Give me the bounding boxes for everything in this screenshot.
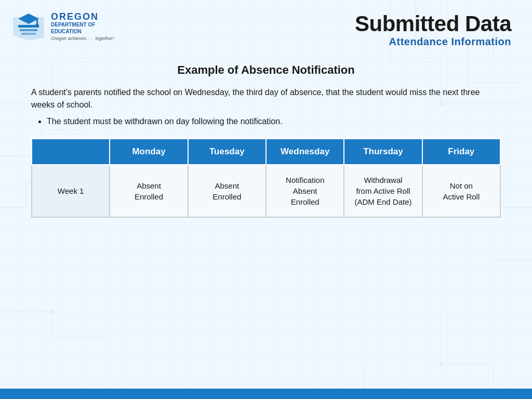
col-header-tuesday: Tuesday bbox=[188, 139, 266, 165]
svg-rect-11 bbox=[18, 25, 39, 28]
table-header-row: Monday Tuesday Wednesday Thursday Friday bbox=[32, 139, 500, 165]
table-row: Week 1 AbsentEnrolled AbsentEnrolled Not… bbox=[32, 165, 500, 217]
col-header-monday: Monday bbox=[110, 139, 188, 165]
main-content: Example of Absence Notification A studen… bbox=[0, 53, 532, 389]
logo-tagline: Oregon achieves . . . together! bbox=[51, 36, 114, 41]
friday-cell: Not onActive Roll bbox=[422, 165, 500, 217]
section-title: Example of Absence Notification bbox=[31, 63, 501, 77]
table-container: Monday Tuesday Wednesday Thursday Friday… bbox=[31, 138, 501, 218]
col-header-wednesday: Wednesday bbox=[266, 139, 344, 165]
header-title: Submitted Data Attendance Information bbox=[355, 9, 511, 48]
col-header-thursday: Thursday bbox=[344, 139, 422, 165]
monday-cell: AbsentEnrolled bbox=[110, 165, 188, 217]
bullet-item: The student must be withdrawn on day fol… bbox=[47, 115, 501, 128]
page-title: Submitted Data bbox=[355, 12, 511, 36]
tuesday-cell: AbsentEnrolled bbox=[188, 165, 266, 217]
description-text: A student's parents notified the school … bbox=[31, 86, 501, 111]
page-subtitle: Attendance Information bbox=[355, 36, 511, 48]
col-header-empty bbox=[32, 139, 110, 165]
wednesday-cell: NotificationAbsentEnrolled bbox=[266, 165, 344, 217]
thursday-cell: Withdrawalfrom Active Roll(ADM End Date) bbox=[344, 165, 422, 217]
week-label: Week 1 bbox=[32, 165, 110, 217]
logo-text: OREGON DEPARTMENT OF EDUCATION Oregon ac… bbox=[51, 12, 114, 41]
logo-area: OREGON DEPARTMENT OF EDUCATION Oregon ac… bbox=[10, 9, 114, 43]
col-header-friday: Friday bbox=[422, 139, 500, 165]
content-wrapper: OREGON DEPARTMENT OF EDUCATION Oregon ac… bbox=[0, 0, 532, 399]
bullet-list: The student must be withdrawn on day fol… bbox=[47, 115, 501, 128]
svg-rect-13 bbox=[21, 33, 36, 35]
logo-oregon: OREGON bbox=[51, 12, 114, 21]
attendance-table: Monday Tuesday Wednesday Thursday Friday… bbox=[31, 138, 501, 218]
footer-bar bbox=[0, 389, 532, 399]
svg-rect-12 bbox=[20, 29, 37, 31]
header: OREGON DEPARTMENT OF EDUCATION Oregon ac… bbox=[0, 0, 532, 53]
oregon-doe-logo bbox=[10, 9, 47, 43]
logo-dept: DEPARTMENT OF EDUCATION bbox=[51, 21, 114, 35]
